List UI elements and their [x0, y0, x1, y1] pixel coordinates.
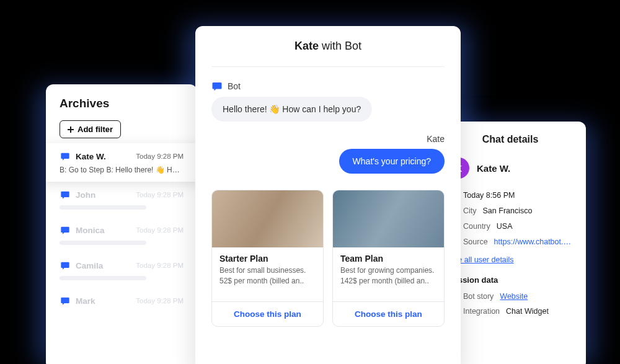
details-title: Chat details: [448, 134, 572, 145]
meta-source: Source https://www.chatbot.com/...: [448, 237, 572, 246]
conversation-item[interactable]: Camila Today 9:28 PM: [46, 252, 197, 288]
chat-title: Kate with Bot: [211, 40, 445, 67]
bot-message-bubble: Hello there! 👋 How can I help you?: [211, 97, 372, 122]
conversation-name: John: [76, 190, 95, 200]
plan-title: Starter Plan: [219, 254, 316, 264]
meta-country: Country USA: [448, 222, 572, 231]
session-integration: Integration Chat Widget: [448, 307, 572, 316]
bot-story-link[interactable]: Website: [500, 292, 528, 301]
skeleton-line: [60, 205, 146, 210]
plus-icon: [68, 127, 74, 133]
conversation-name: Monica: [76, 226, 105, 235]
meta-city: City San Francisco: [448, 206, 572, 215]
conversation-item-active[interactable]: Kate W. Today 9:28 PM B: Go to Step B: H…: [46, 143, 197, 182]
conversation-time: Today 9:28 PM: [136, 191, 184, 198]
bot-label: Bot: [228, 81, 241, 91]
chat-icon: [60, 189, 71, 200]
conversation-item[interactable]: Mark Today 9:28 PM: [46, 288, 197, 314]
conversation-item[interactable]: John Today 9:28 PM: [46, 182, 197, 217]
user-header: K Kate W.: [448, 158, 572, 179]
user-name: Kate W.: [477, 163, 510, 174]
plan-card-starter: Starter Plan Best for small businesses. …: [211, 190, 324, 327]
choose-plan-button[interactable]: Choose this plan: [333, 301, 444, 326]
plan-description: Best for small businesses. 52$ per month…: [219, 265, 316, 286]
conversation-name: Camila: [76, 261, 103, 270]
conversation-name: Kate W.: [76, 152, 106, 161]
add-filter-button[interactable]: Add filter: [60, 120, 121, 138]
user-label: Kate: [211, 134, 445, 144]
user-message-bubble: What's your pricing?: [339, 149, 445, 174]
plan-image: [212, 190, 323, 247]
conversation-preview: B: Go to Step B: Hello there! 👋 How can …: [60, 166, 184, 174]
session-title: Session data: [448, 275, 572, 285]
plan-description: Best for growing companies. 142$ per mon…: [340, 265, 436, 286]
plan-card-team: Team Plan Best for growing companies. 14…: [332, 190, 445, 327]
skeleton-line: [60, 276, 146, 280]
chat-icon: [60, 295, 71, 306]
skeleton-line: [60, 241, 146, 245]
plan-title: Team Plan: [340, 254, 436, 264]
chat-icon: [60, 224, 71, 236]
conversation-time: Today 9:28 PM: [136, 153, 184, 160]
bot-icon: [211, 81, 223, 92]
conversation-time: Today 9:28 PM: [136, 297, 184, 304]
source-link[interactable]: https://www.chatbot.com/...: [494, 237, 572, 246]
chat-icon: [60, 260, 71, 271]
choose-plan-button[interactable]: Choose this plan: [212, 301, 323, 326]
bot-header: Bot: [211, 81, 445, 92]
chat-panel: Kate with Bot Bot Hello there! 👋 How can…: [195, 26, 461, 364]
conversation-time: Today 9:28 PM: [136, 226, 184, 234]
conversation-time: Today 9:28 PM: [136, 262, 184, 269]
plan-image: [333, 190, 444, 247]
conversation-item[interactable]: Monica Today 9:28 PM: [46, 217, 197, 252]
conversation-name: Mark: [76, 296, 95, 306]
archives-title: Archives: [46, 97, 197, 120]
archives-panel: Archives Add filter Kate W. Today 9:28 P…: [46, 84, 197, 364]
session-bot-story: Bot story Website: [448, 292, 572, 301]
chat-icon: [60, 151, 71, 162]
meta-time: Today 8:56 PM: [448, 191, 572, 200]
